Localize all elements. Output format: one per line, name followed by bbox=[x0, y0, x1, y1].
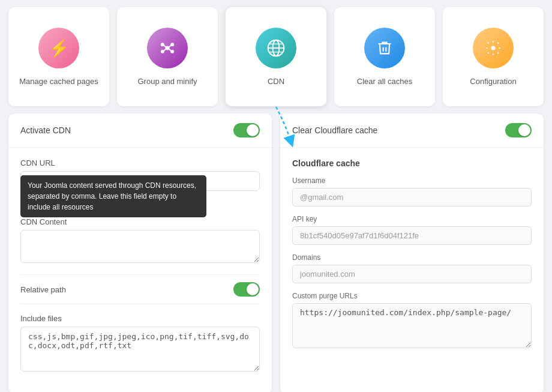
custom-purge-field-group: Custom purge URLs bbox=[280, 292, 544, 361]
relative-path-row: Relative path bbox=[20, 274, 260, 304]
relative-path-toggle[interactable] bbox=[233, 282, 260, 297]
nav-cards-container: ⚡ Manage cached pages Group and minify bbox=[0, 0, 552, 113]
cdn-content-group: CDN Content bbox=[20, 217, 260, 265]
api-key-field-group: API key bbox=[280, 215, 544, 245]
nav-card-manage-label: Manage cached pages bbox=[19, 77, 98, 86]
username-input[interactable] bbox=[292, 188, 532, 207]
include-files-textarea[interactable] bbox=[20, 327, 260, 372]
nav-card-clear-label: Clear all caches bbox=[357, 77, 413, 86]
cdn-icon bbox=[256, 28, 296, 68]
manage-icon: ⚡ bbox=[38, 28, 79, 68]
custom-purge-textarea[interactable] bbox=[292, 303, 532, 348]
include-files-group: Include files bbox=[20, 314, 260, 373]
nav-card-cdn[interactable]: CDN bbox=[226, 7, 326, 106]
api-key-label: API key bbox=[292, 215, 532, 223]
cloudflare-cache-header: Cloudflare cache bbox=[280, 148, 544, 176]
nav-card-cdn-label: CDN bbox=[268, 77, 284, 86]
group-icon bbox=[147, 28, 188, 68]
activate-cdn-row: Activate CDN bbox=[8, 113, 272, 148]
cdn-content-label: CDN Content bbox=[20, 217, 260, 226]
relative-path-label: Relative path bbox=[20, 285, 66, 294]
clear-cloudflare-row: Clear Cloudflare cache bbox=[280, 113, 544, 148]
api-key-input[interactable] bbox=[292, 226, 532, 245]
username-label: Username bbox=[292, 176, 532, 185]
nav-card-config[interactable]: Configuration bbox=[443, 7, 544, 106]
main-content: Activate CDN CDN URL Your Joomla content… bbox=[0, 113, 552, 392]
svg-line-5 bbox=[164, 45, 166, 47]
clear-cloudflare-label: Clear Cloudflare cache bbox=[292, 125, 377, 135]
nav-card-manage[interactable]: ⚡ Manage cached pages bbox=[8, 7, 109, 106]
activate-cdn-label: Activate CDN bbox=[20, 125, 71, 135]
svg-point-15 bbox=[491, 46, 496, 50]
nav-card-config-label: Configuration bbox=[470, 77, 516, 86]
cdn-url-tooltip: Your Joomla content served through CDN r… bbox=[20, 175, 206, 217]
nav-card-group[interactable]: Group and minify bbox=[117, 7, 218, 106]
svg-line-7 bbox=[164, 49, 166, 51]
include-files-label: Include files bbox=[20, 314, 260, 323]
cdn-url-label: CDN URL bbox=[20, 158, 260, 167]
left-panel-body: CDN URL Your Joomla content served throu… bbox=[8, 148, 272, 392]
activate-cdn-toggle[interactable] bbox=[233, 123, 260, 137]
clear-cloudflare-toggle[interactable] bbox=[505, 123, 532, 137]
cdn-content-textarea[interactable] bbox=[20, 230, 260, 263]
domains-input[interactable] bbox=[292, 265, 532, 283]
left-panel: Activate CDN CDN URL Your Joomla content… bbox=[8, 113, 272, 392]
domains-label: Domains bbox=[292, 253, 532, 262]
nav-card-clear[interactable]: Clear all caches bbox=[334, 7, 435, 106]
clear-icon bbox=[364, 28, 405, 68]
svg-line-6 bbox=[169, 45, 171, 47]
cdn-url-group: CDN URL Your Joomla content served throu… bbox=[20, 158, 260, 191]
config-icon bbox=[473, 28, 514, 68]
nav-card-group-label: Group and minify bbox=[138, 77, 197, 86]
svg-line-8 bbox=[169, 49, 171, 51]
custom-purge-label: Custom purge URLs bbox=[292, 292, 532, 300]
domains-field-group: Domains bbox=[280, 253, 544, 283]
right-panel: Clear Cloudflare cache Cloudflare cache … bbox=[280, 113, 544, 392]
username-field-group: Username bbox=[280, 176, 544, 207]
